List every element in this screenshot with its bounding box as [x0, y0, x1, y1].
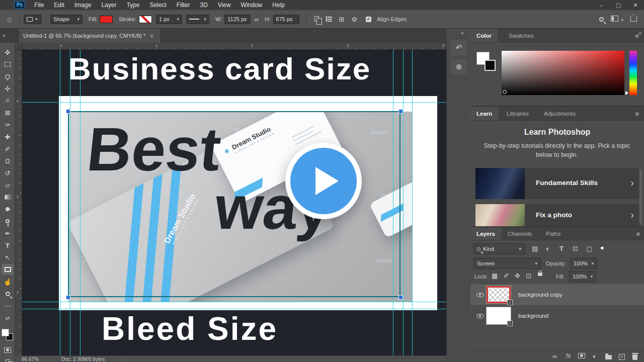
layer-filter-kind-select[interactable]: Kind▾	[473, 243, 525, 254]
clone-stamp-tool[interactable]: Ω	[2, 155, 14, 166]
filter-adjustment-layers-icon[interactable]: ◐	[546, 245, 550, 252]
layer-visibility-eye-icon[interactable]	[476, 314, 484, 318]
layer-name[interactable]: background	[518, 313, 548, 319]
edit-toolbar-icon[interactable]: ⋯	[2, 300, 14, 311]
expand-dock-icon[interactable]: »	[638, 30, 641, 36]
filter-toggle-icon[interactable]: ●	[600, 244, 604, 251]
lasso-tool[interactable]: Ϙ	[2, 71, 14, 82]
fill-color-swatch[interactable]	[100, 16, 113, 23]
layer-effects-icon[interactable]: fx	[566, 352, 571, 359]
layer-name[interactable]: background copy	[518, 292, 562, 298]
transform-handle[interactable]	[398, 109, 403, 114]
zoom-tool[interactable]	[2, 288, 14, 299]
quick-mask-icon[interactable]	[2, 344, 14, 355]
layers-panel-menu-icon[interactable]: ≡	[636, 230, 640, 238]
hue-slider[interactable]	[629, 51, 637, 95]
stroke-type-select[interactable]: ▾	[186, 15, 209, 24]
layer-thumbnail[interactable]: ⊡	[487, 307, 511, 324]
brush-tool[interactable]: ✐	[2, 143, 14, 154]
path-selection-tool[interactable]: ↖	[2, 252, 14, 263]
filter-type-layers-icon[interactable]: T	[559, 245, 564, 252]
move-tool[interactable]: ✜	[2, 47, 14, 58]
libraries-panel-icon[interactable]: ⊕	[451, 59, 467, 74]
tab-swatches[interactable]: Swatches	[503, 29, 540, 42]
zoom-level[interactable]: 66.67%	[22, 356, 39, 362]
rectangular-marquee-tool[interactable]	[2, 59, 14, 70]
adjustment-layer-icon[interactable]: ◐	[593, 352, 597, 360]
guide-vertical[interactable]	[60, 50, 60, 355]
screen-mode-icon[interactable]	[2, 356, 14, 362]
color-saturation-field[interactable]	[502, 51, 624, 95]
collapse-panels-icon[interactable]: «	[461, 30, 464, 36]
dodge-tool[interactable]	[2, 216, 14, 227]
type-tool[interactable]: T	[2, 240, 14, 251]
stroke-color-swatch[interactable]	[139, 16, 152, 23]
layer-row-background-copy[interactable]: ⊡ background copy	[470, 284, 644, 305]
filter-pixel-layers-icon[interactable]: ▤	[532, 245, 538, 252]
document-tab-close-icon[interactable]: ✕	[149, 33, 153, 39]
home-icon[interactable]: ⌂	[7, 15, 12, 24]
align-edges-checkbox[interactable]: ✓	[366, 17, 371, 22]
transform-handle[interactable]	[66, 295, 70, 300]
tool-preset-button[interactable]: ▾	[24, 15, 42, 24]
layer-visibility-eye-icon[interactable]	[476, 293, 484, 297]
path-alignment-icon[interactable]	[326, 16, 332, 23]
blend-mode-select[interactable]: Screen▾	[473, 258, 541, 269]
lock-transparency-icon[interactable]: ▦	[492, 272, 498, 280]
menu-3d[interactable]: 3D	[195, 0, 212, 10]
crop-tool[interactable]: ⌗	[2, 95, 14, 106]
history-panel-icon[interactable]: ↶	[451, 40, 467, 55]
spot-healing-brush-tool[interactable]: ✚	[2, 131, 14, 142]
lock-artboard-icon[interactable]: ⊡	[526, 272, 531, 280]
menu-view[interactable]: View	[213, 0, 236, 10]
tab-color[interactable]: Color	[470, 29, 498, 42]
shape-mode-select[interactable]: Shape▾	[50, 15, 83, 24]
menu-type[interactable]: Type	[121, 0, 144, 10]
vertical-ruler[interactable]: 0 1 2	[15, 50, 22, 355]
horizontal-ruler[interactable]: 0 1 2 3 4	[22, 43, 446, 50]
geometry-options-icon[interactable]: ⚙	[351, 16, 357, 23]
menu-filter[interactable]: Filter	[172, 0, 195, 10]
new-layer-icon[interactable]: +	[619, 352, 625, 360]
pasteboard[interactable]: envato envato envato envato envato envat…	[22, 50, 446, 355]
shape-width-input[interactable]: 1125 px	[224, 15, 251, 24]
rectangle-tool-selected[interactable]	[2, 264, 14, 275]
hue-slider-marker[interactable]	[625, 91, 628, 95]
path-arrangement-icon[interactable]: ⊞	[339, 16, 345, 23]
learn-scrollbar[interactable]	[639, 169, 642, 225]
tab-paths[interactable]: Paths	[540, 227, 567, 240]
guide-vertical[interactable]	[412, 50, 413, 355]
shape-height-input[interactable]: 675 px	[273, 15, 299, 24]
guide-horizontal[interactable]	[22, 302, 446, 302]
restore-button[interactable]: ▢	[610, 0, 627, 10]
stroke-width-input[interactable]: 1 px▾	[156, 15, 182, 24]
tools-expand-icon[interactable]: »	[3, 32, 6, 38]
minimize-button[interactable]: –	[593, 0, 610, 10]
filter-smart-objects-icon[interactable]: ▢	[586, 245, 592, 252]
blur-tool[interactable]	[2, 204, 14, 215]
fill-input[interactable]: 100%▾	[569, 271, 596, 282]
foreground-color-swatch[interactable]	[2, 329, 9, 336]
status-chevron-icon[interactable]: 〉	[123, 356, 128, 362]
video-play-button[interactable]	[285, 143, 362, 219]
foreground-background-swatches[interactable]	[1, 328, 14, 341]
search-icon[interactable]	[599, 16, 604, 23]
menu-image[interactable]: Image	[69, 0, 96, 10]
lock-paint-icon[interactable]: ✐	[504, 272, 509, 280]
swap-colors-icon[interactable]: ⇄	[2, 312, 14, 323]
layer-group-icon[interactable]	[605, 352, 612, 361]
transform-handle[interactable]	[398, 295, 403, 300]
layer-row-background[interactable]: ⊡ background	[470, 305, 644, 326]
share-icon[interactable]	[630, 16, 637, 23]
menu-select[interactable]: Select	[144, 0, 171, 10]
layer-thumbnail[interactable]: ⊡	[487, 286, 511, 303]
eraser-tool[interactable]: ▱	[2, 179, 14, 191]
learn-panel-menu-icon[interactable]: ≡	[635, 110, 639, 118]
gradient-tool[interactable]	[2, 192, 14, 203]
ruler-corner[interactable]	[15, 43, 22, 50]
quick-selection-tool[interactable]: ✣	[2, 83, 14, 94]
transform-handle[interactable]	[66, 109, 70, 114]
workspace-icon[interactable]: ▾	[611, 16, 623, 23]
layer-mask-icon[interactable]	[578, 352, 585, 360]
hand-tool[interactable]: ☝	[2, 276, 14, 287]
